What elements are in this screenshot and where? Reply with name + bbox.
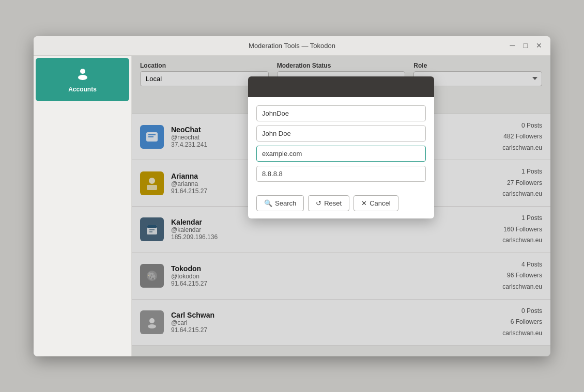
display-name-input[interactable] — [256, 126, 426, 142]
minimize-button[interactable]: ─ — [508, 40, 517, 51]
modal-overlay: 🔍 Search ↺ Reset ✕ Cancel — [132, 56, 550, 356]
advanced-search-modal: 🔍 Search ↺ Reset ✕ Cancel — [248, 76, 434, 218]
cancel-icon: ✕ — [361, 199, 367, 207]
cancel-label: Cancel — [370, 199, 390, 207]
email-input[interactable] — [256, 146, 426, 162]
window-title: Moderation Tools — Tokodon — [249, 42, 335, 50]
window-controls: ─ □ ✕ — [508, 40, 544, 51]
reset-label: Reset — [324, 199, 342, 207]
modal-search-button[interactable]: 🔍 Search — [256, 195, 304, 211]
main-window: Moderation Tools — Tokodon ─ □ ✕ Account… — [34, 36, 550, 356]
titlebar: Moderation Tools — Tokodon ─ □ ✕ — [34, 36, 550, 56]
svg-point-1 — [78, 75, 87, 80]
sidebar-accounts-label: Accounts — [68, 86, 97, 93]
ip-input[interactable] — [256, 166, 426, 182]
close-button[interactable]: ✕ — [534, 40, 544, 51]
modal-header — [248, 76, 434, 97]
main-layout: Accounts Location Local Remote All — [34, 56, 550, 356]
modal-reset-button[interactable]: ↺ Reset — [308, 195, 349, 211]
modal-cancel-button[interactable]: ✕ Cancel — [354, 195, 398, 211]
search-label: Search — [275, 199, 296, 207]
accounts-icon — [75, 66, 90, 84]
reset-icon: ↺ — [316, 199, 321, 207]
svg-point-0 — [80, 69, 85, 74]
username-input[interactable] — [256, 105, 426, 121]
content-area: Location Local Remote All Moderation Sta… — [132, 56, 550, 356]
sidebar: Accounts — [34, 56, 132, 356]
modal-footer: 🔍 Search ↺ Reset ✕ Cancel — [248, 190, 434, 218]
modal-body — [248, 97, 434, 190]
maximize-button[interactable]: □ — [521, 40, 530, 51]
search-icon: 🔍 — [264, 199, 272, 207]
sidebar-item-accounts[interactable]: Accounts — [36, 58, 129, 101]
